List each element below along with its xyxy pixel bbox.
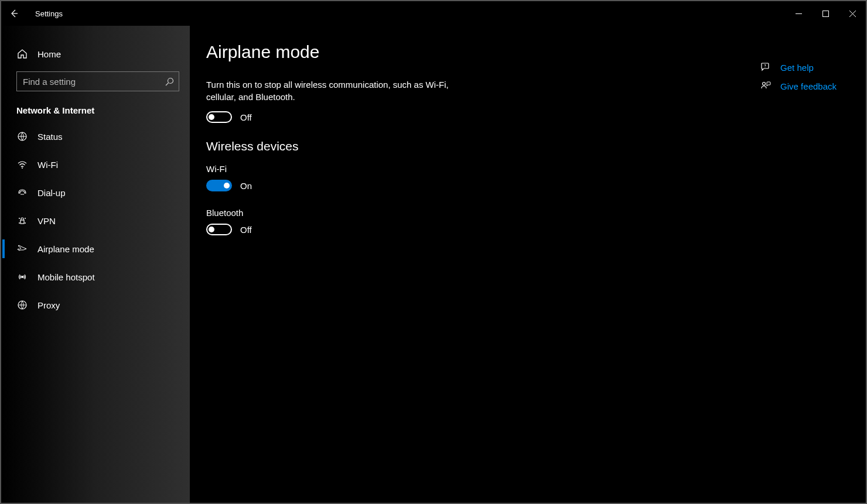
sidebar-item-airplane[interactable]: Airplane mode: [1, 235, 190, 263]
sidebar-item-hotspot[interactable]: Mobile hotspot: [1, 263, 190, 291]
svg-point-8: [22, 167, 23, 169]
sidebar-item-dialup[interactable]: Dial-up: [1, 179, 190, 207]
status-icon: [16, 131, 28, 142]
main-content: Airplane mode Turn this on to stop all w…: [190, 26, 866, 503]
dialup-icon: [16, 187, 28, 198]
svg-point-14: [21, 276, 23, 278]
page-title: Airplane mode: [206, 42, 842, 62]
hotspot-icon: [16, 272, 28, 282]
right-links: Get help Give feedback: [760, 62, 837, 91]
give-feedback-text: Give feedback: [780, 81, 837, 91]
home-icon: [16, 49, 28, 59]
proxy-icon: [16, 300, 28, 310]
titlebar: Settings: [1, 1, 866, 26]
wifi-label: Wi-Fi: [206, 164, 842, 174]
svg-point-13: [25, 222, 26, 224]
help-icon: [760, 62, 771, 73]
wifi-icon: [16, 159, 28, 170]
svg-point-10: [19, 218, 20, 219]
sidebar-item-status[interactable]: Status: [1, 122, 190, 150]
svg-point-16: [765, 67, 766, 67]
maximize-icon: [822, 11, 829, 17]
sidebar-home-label: Home: [37, 49, 61, 59]
get-help-link[interactable]: Get help: [760, 62, 837, 73]
svg-rect-2: [822, 11, 828, 16]
search-icon: [165, 77, 174, 86]
feedback-icon: [760, 81, 771, 91]
wifi-toggle-state: On: [240, 181, 252, 191]
bluetooth-label: Bluetooth: [206, 208, 842, 218]
sidebar-item-label: VPN: [37, 216, 56, 226]
give-feedback-link[interactable]: Give feedback: [760, 81, 837, 91]
sidebar: Home Network & Internet Status Wi-Fi: [1, 26, 190, 503]
sidebar-item-label: Airplane mode: [37, 244, 94, 254]
wifi-toggle[interactable]: [206, 180, 232, 191]
bluetooth-toggle[interactable]: [206, 224, 232, 235]
svg-point-17: [763, 83, 766, 85]
svg-point-11: [25, 218, 26, 219]
wifi-device: Wi-Fi On: [206, 164, 842, 191]
airplane-description: Turn this on to stop all wireless commun…: [206, 78, 464, 103]
sidebar-item-vpn[interactable]: VPN: [1, 207, 190, 235]
window-controls: [785, 4, 866, 23]
airplane-icon: [16, 244, 28, 254]
search-box[interactable]: [16, 71, 179, 91]
maximize-button[interactable]: [812, 4, 839, 23]
airplane-toggle-state: Off: [240, 112, 252, 122]
sidebar-item-label: Dial-up: [37, 188, 66, 198]
svg-line-6: [166, 83, 169, 85]
svg-rect-9: [21, 220, 24, 224]
wireless-devices-header: Wireless devices: [206, 139, 842, 153]
sidebar-item-label: Proxy: [37, 300, 60, 310]
arrow-left-icon: [9, 9, 19, 18]
svg-point-5: [168, 78, 173, 83]
get-help-text: Get help: [780, 63, 814, 73]
sidebar-item-label: Wi-Fi: [37, 160, 58, 170]
sidebar-item-label: Status: [37, 132, 63, 142]
sidebar-item-wifi[interactable]: Wi-Fi: [1, 150, 190, 179]
close-button[interactable]: [839, 4, 866, 23]
close-icon: [849, 11, 856, 17]
svg-point-12: [19, 222, 20, 224]
sidebar-item-proxy[interactable]: Proxy: [1, 291, 190, 319]
airplane-toggle[interactable]: [206, 111, 232, 123]
window-title: Settings: [35, 9, 63, 18]
vpn-icon: [16, 215, 28, 226]
sidebar-home[interactable]: Home: [1, 42, 190, 66]
bluetooth-device: Bluetooth Off: [206, 208, 842, 235]
sidebar-category: Network & Internet: [1, 91, 190, 122]
bluetooth-toggle-state: Off: [240, 225, 252, 235]
back-button[interactable]: [1, 1, 27, 26]
search-input[interactable]: [23, 77, 165, 87]
sidebar-item-label: Mobile hotspot: [37, 272, 95, 282]
minimize-button[interactable]: [785, 4, 812, 23]
minimize-icon: [796, 11, 802, 17]
